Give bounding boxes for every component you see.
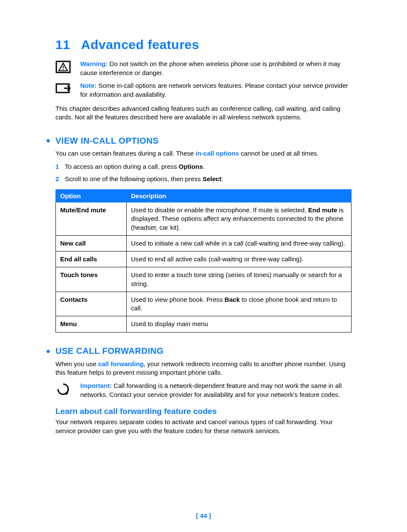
important-icon: [55, 382, 80, 397]
section-bullet-icon: •: [46, 345, 55, 357]
note-icon: [55, 81, 80, 94]
table-row: Touch tonesUsed to enter a touch tone st…: [56, 267, 352, 292]
note-callout: Note: Some in-call options are network s…: [55, 81, 352, 99]
option-name: Contacts: [56, 292, 127, 316]
section1-title: VIEW IN-CALL OPTIONS: [55, 136, 159, 146]
table-row: MenuUsed to display main menu: [56, 316, 352, 332]
section1-body: You can use certain features during a ca…: [55, 149, 352, 158]
important-text: Important: Call forwarding is a network-…: [80, 382, 352, 399]
table-row: Mute/End muteUsed to disable or enable t…: [56, 202, 352, 236]
step-1: 1 To access an option during a call, pre…: [55, 162, 352, 171]
th-description: Description: [127, 190, 352, 202]
note-text: Note: Some in-call options are network s…: [80, 81, 352, 99]
table-row: New callUsed to initiate a new call whil…: [56, 235, 352, 251]
section-use-call-forwarding: • USE CALL FORWARDING: [55, 345, 352, 357]
section-view-in-call: • VIEW IN-CALL OPTIONS: [55, 135, 352, 147]
warning-icon: [55, 60, 80, 73]
option-name: Mute/End mute: [56, 202, 127, 236]
option-description: Used to view phone book. Press Back to c…: [127, 292, 352, 316]
important-label: Important:: [80, 382, 112, 389]
term-in-call-options: in-call options: [196, 150, 239, 157]
section-bullet-icon: •: [46, 135, 55, 147]
svg-point-2: [63, 69, 64, 70]
warning-text: Warning: Do not switch on the phone when…: [80, 60, 352, 77]
chapter-number: 11: [55, 38, 81, 52]
option-name: End all calls: [56, 252, 127, 267]
option-name: Menu: [56, 316, 127, 332]
warning-label: Warning:: [80, 60, 108, 67]
th-option: Option: [56, 190, 127, 202]
options-table: Option Description Mute/End muteUsed to …: [55, 189, 352, 332]
page-number: [ 44 ]: [0, 512, 407, 519]
option-description: Used to disable or enable the microphone…: [127, 202, 352, 236]
option-name: New call: [56, 235, 127, 251]
section2-title: USE CALL FORWARDING: [55, 346, 163, 356]
subheading-body: Your network requires separate codes to …: [55, 418, 352, 435]
note-label: Note:: [80, 82, 96, 89]
option-description: Used to end all active calls (call-waiti…: [127, 252, 352, 267]
table-row: ContactsUsed to view phone book. Press B…: [56, 292, 352, 316]
option-description: Used to initiate a new call while in a c…: [127, 235, 352, 251]
section2-body: When you use call forwarding, your netwo…: [55, 360, 352, 377]
subheading-feature-codes: Learn about call forwarding feature code…: [55, 407, 352, 416]
important-callout: Important: Call forwarding is a network-…: [55, 382, 352, 399]
warning-callout: Warning: Do not switch on the phone when…: [55, 60, 352, 77]
option-description: Used to display main menu: [127, 316, 352, 332]
table-row: End all callsUsed to end all active call…: [56, 252, 352, 267]
step-2: 2 Scroll to one of the following options…: [55, 175, 352, 184]
page: 11Advanced features Warning: Do not swit…: [0, 0, 407, 532]
chapter-title: 11Advanced features: [55, 38, 352, 52]
chapter-name: Advanced features: [81, 38, 199, 52]
option-name: Touch tones: [56, 267, 127, 292]
steps-list: 1 To access an option during a call, pre…: [55, 162, 352, 183]
option-description: Used to enter a touch tone string (serie…: [127, 267, 352, 292]
intro-text: This chapter describes advanced calling …: [55, 104, 352, 122]
term-call-forwarding: call forwarding: [98, 360, 144, 367]
